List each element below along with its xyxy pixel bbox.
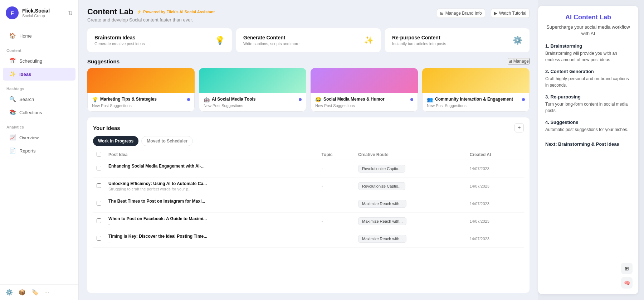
suggestion-cards: 💡 Marketing Tips & Strategies New Post S…	[87, 68, 530, 112]
suggestion-card-memes[interactable]: 😂 Social Media Memes & Humor New Post Su…	[311, 68, 418, 112]
extensions-icon[interactable]: 📦	[19, 289, 26, 296]
sidebar: F Flick.Social Social Group ⇅ 🏠 Home Con…	[0, 0, 79, 300]
th-created-at: Created At	[466, 150, 524, 160]
row-route: Maximize Reach with...	[355, 195, 466, 213]
sidebar-item-search[interactable]: 🔍 Search	[3, 93, 75, 106]
table-row: Enhancing Social Media Engagement with A…	[93, 160, 524, 178]
manage-label: Manage	[513, 59, 529, 64]
suggestion-card-top	[87, 68, 195, 93]
logo-chevron-icon[interactable]: ⇅	[68, 10, 73, 16]
panel-title: AI Content Lab	[545, 14, 631, 21]
panel-brain-icon[interactable]: 🧠	[621, 277, 633, 289]
table-body: Enhancing Social Media Engagement with A…	[93, 160, 524, 248]
suggestion-title-row: 😂 Social Media Memes & Humor	[315, 97, 413, 102]
sidebar-item-label: Collections	[19, 110, 42, 115]
select-all-checkbox[interactable]	[97, 152, 101, 156]
sidebar-item-ideas[interactable]: ✨ Ideas	[3, 68, 75, 81]
add-idea-button[interactable]: +	[514, 123, 524, 132]
row-post-idea: Timing Is Key: Discover the Ideal Postin…	[105, 230, 318, 248]
manage-brand-icon: ⊞	[440, 11, 444, 16]
row-topic: -	[318, 160, 355, 178]
generate-card[interactable]: Generate Content Write captions, scripts…	[236, 28, 381, 52]
sidebar-section-content: Content	[0, 43, 78, 54]
tags-icon[interactable]: 🏷️	[31, 289, 39, 296]
row-checkbox[interactable]	[97, 218, 101, 223]
suggestion-card-bottom: 😂 Social Media Memes & Humor New Post Su…	[311, 93, 418, 112]
tab-wip[interactable]: Work in Progress	[93, 136, 138, 146]
row-date: 14/07/2023	[466, 230, 524, 248]
powered-badge: Powered by Flick's AI Social Assistant	[137, 10, 215, 14]
watch-tutorial-button[interactable]: ▶ Watch Tutorial	[491, 9, 530, 18]
calendar-icon: 📅	[9, 58, 16, 64]
sidebar-item-collections[interactable]: 📚 Collections	[3, 106, 75, 119]
sidebar-logo[interactable]: F Flick.Social Social Group ⇅	[0, 0, 78, 26]
tab-scheduled[interactable]: Moved to Scheduler	[141, 136, 193, 146]
row-route: Maximize Reach with...	[355, 213, 466, 230]
manage-brand-label: Manage Brand Info	[445, 11, 482, 16]
panel-section-title: 4. Suggestions	[545, 120, 631, 125]
row-date: 14/07/2023	[466, 195, 524, 213]
sidebar-item-reports[interactable]: 📄 Reports	[3, 144, 75, 157]
row-checkbox[interactable]	[97, 183, 101, 188]
row-route: Revolutionize Captio...	[355, 178, 466, 195]
sidebar-item-home[interactable]: 🏠 Home	[3, 29, 75, 42]
watch-tutorial-label: Watch Tutorial	[499, 11, 526, 16]
idea-sub: -	[108, 169, 314, 174]
more-icon[interactable]: ···	[44, 289, 49, 296]
suggestion-card-ai-tools[interactable]: 🤖 AI Social Media Tools New Post Suggest…	[199, 68, 306, 112]
sidebar-item-label: Search	[19, 97, 34, 102]
row-date: 14/07/2023	[466, 178, 524, 195]
manage-brand-button[interactable]: ⊞ Manage Brand Info	[437, 9, 485, 18]
sidebar-item-scheduling[interactable]: 📅 Scheduling	[3, 54, 75, 67]
panel-grid-icon[interactable]: ⊞	[621, 263, 633, 274]
idea-sub: Struggling to craft the perfect words fo…	[108, 187, 314, 191]
suggestion-sub: New Post Suggestions	[427, 103, 525, 108]
suggestion-emoji: 💡	[92, 97, 98, 102]
header-actions: ⊞ Manage Brand Info ▶ Watch Tutorial	[437, 9, 530, 18]
th-post-idea: Post Idea	[105, 150, 318, 160]
row-checkbox[interactable]	[97, 201, 101, 205]
page-subtitle: Create and develop Social content faster…	[87, 17, 215, 23]
idea-sub: -	[108, 204, 314, 209]
brainstorm-card[interactable]: Brainstorm Ideas Generate creative post …	[87, 28, 232, 52]
brainstorm-card-text: Brainstorm Ideas Generate creative post …	[94, 35, 145, 46]
row-topic: -	[318, 178, 355, 195]
sidebar-bottom: ⚙️ 📦 🏷️ ···	[0, 284, 78, 300]
th-checkbox	[93, 150, 105, 160]
row-checkbox-cell	[93, 195, 105, 213]
suggestion-card-top	[422, 68, 530, 93]
collections-icon: 📚	[9, 109, 16, 116]
generate-icon: ✨	[364, 36, 374, 45]
main-content: Content Lab Powered by Flick's AI Social…	[79, 0, 538, 300]
table-row: When to Post on Facebook: A Guide to Max…	[93, 213, 524, 230]
ideas-table-container: Post Idea Topic Creative Route Created A…	[93, 150, 524, 287]
manage-button[interactable]: ⊞ Manage	[508, 58, 530, 64]
repurpose-card[interactable]: Re-purpose Content Instantly turn articl…	[385, 28, 530, 52]
row-topic: -	[318, 213, 355, 230]
ideas-section: Your Ideas + Work in Progress Moved to S…	[87, 117, 530, 293]
row-checkbox[interactable]	[97, 166, 101, 170]
suggestion-card-marketing[interactable]: 💡 Marketing Tips & Strategies New Post S…	[87, 68, 195, 112]
idea-title: Unlocking Efficiency: Using AI to Automa…	[108, 181, 314, 186]
suggestion-dot	[299, 98, 302, 101]
suggestion-sub: New Post Suggestions	[92, 103, 190, 108]
overview-icon: 📈	[9, 134, 16, 141]
row-checkbox-cell	[93, 178, 105, 195]
generate-card-text: Generate Content Write captions, scripts…	[243, 35, 299, 46]
suggestion-card-top	[311, 68, 418, 93]
settings-icon[interactable]: ⚙️	[6, 289, 13, 296]
panel-section-suggestions: 4. Suggestions Automatic post suggestion…	[545, 120, 631, 133]
suggestion-card-community[interactable]: 👥 Community Interaction & Engagement New…	[422, 68, 530, 112]
ideas-icon: ✨	[9, 71, 16, 77]
idea-title: The Best Times to Post on Instagram for …	[108, 199, 314, 204]
repurpose-card-text: Re-purpose Content Instantly turn articl…	[392, 35, 446, 46]
suggestion-name: Marketing Tips & Strategies	[100, 97, 185, 102]
suggestion-sub: New Post Suggestions	[315, 103, 413, 108]
suggestion-dot	[410, 98, 413, 101]
route-badge: Maximize Reach with...	[358, 200, 406, 208]
sidebar-item-overview[interactable]: 📈 Overview	[3, 131, 75, 144]
idea-sub: -	[108, 222, 314, 226]
row-checkbox[interactable]	[97, 236, 101, 241]
manage-icon: ⊞	[508, 59, 512, 64]
logo-text: Flick.Social Social Group	[22, 8, 64, 18]
